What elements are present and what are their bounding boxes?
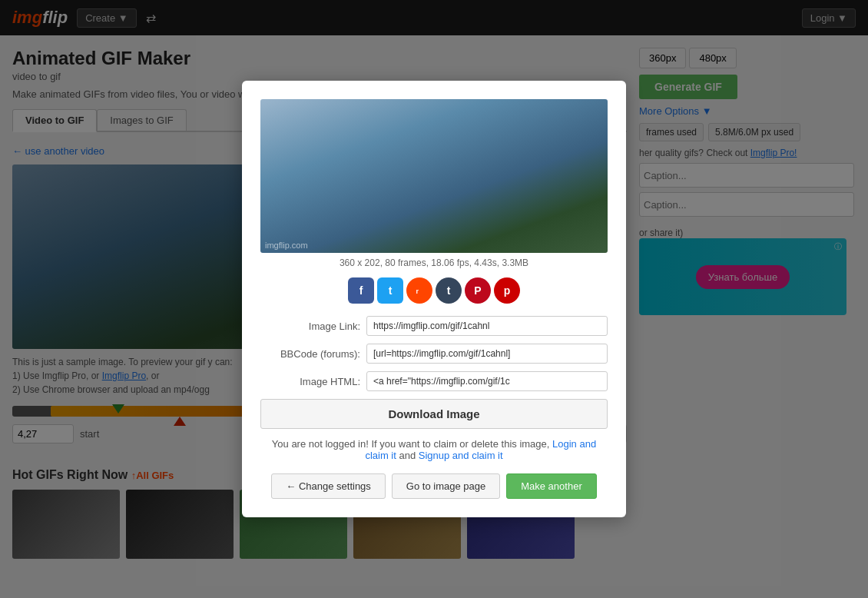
change-settings-button[interactable]: ← Change settings xyxy=(271,473,386,499)
svg-point-0 xyxy=(413,284,426,297)
bbcode-input[interactable] xyxy=(366,344,608,364)
twitter-share-icon[interactable]: t xyxy=(377,277,403,304)
image-link-input[interactable] xyxy=(366,316,608,336)
html-label: Image HTML: xyxy=(260,376,360,387)
modal-overlay[interactable]: imgflip.com 360 x 202, 80 frames, 18.06 … xyxy=(0,0,868,571)
facebook-share-icon[interactable]: f xyxy=(348,277,374,304)
not-logged-text: You are not logged in! If you want to cl… xyxy=(260,438,608,461)
tumblr-share-icon[interactable]: t xyxy=(436,277,462,304)
bbcode-row: BBCode (forums): xyxy=(260,344,608,364)
bbcode-label: BBCode (forums): xyxy=(260,348,360,360)
modal: imgflip.com 360 x 202, 80 frames, 18.06 … xyxy=(242,81,626,517)
make-another-button[interactable]: Make another xyxy=(506,473,597,499)
svg-text:r: r xyxy=(416,287,419,295)
download-button[interactable]: Download Image xyxy=(260,399,608,429)
modal-gif-preview: imgflip.com xyxy=(260,99,608,253)
signup-claim-link[interactable]: Signup and claim it xyxy=(419,450,503,461)
watermark: imgflip.com xyxy=(265,241,308,250)
gif-stats: 360 x 202, 80 frames, 18.06 fps, 4.43s, … xyxy=(260,257,608,268)
pinterest-share-icon[interactable]: P xyxy=(465,277,491,304)
go-to-image-button[interactable]: Go to image page xyxy=(392,473,500,499)
image-link-label: Image Link: xyxy=(260,321,360,332)
reddit-share-icon[interactable]: r xyxy=(406,277,432,304)
social-icons: f t r t P p xyxy=(260,277,608,304)
modal-actions: ← Change settings Go to image page Make … xyxy=(260,473,608,499)
pixiv-share-icon[interactable]: p xyxy=(494,277,520,304)
image-link-row: Image Link: xyxy=(260,316,608,336)
html-row: Image HTML: xyxy=(260,371,608,391)
html-input[interactable] xyxy=(366,371,608,391)
